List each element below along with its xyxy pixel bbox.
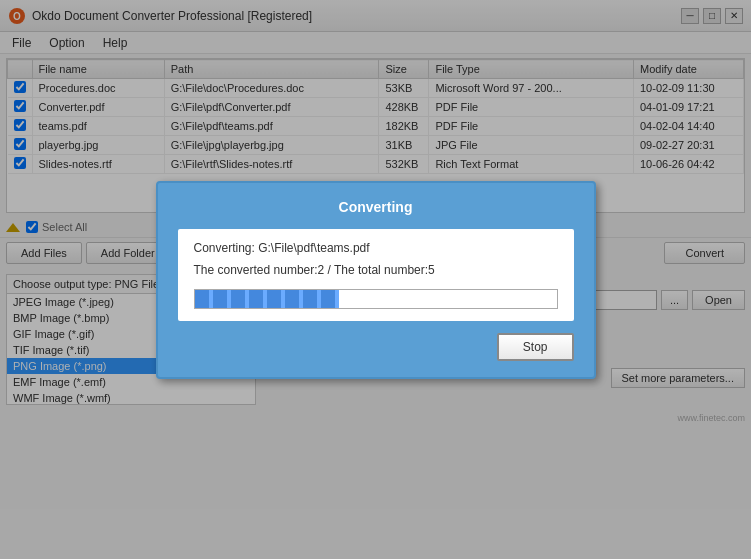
modal-converting-text: Converting: G:\File\pdf\teams.pdf (194, 241, 558, 255)
progress-bar-fill (195, 290, 340, 308)
modal-dialog: Converting Converting: G:\File\pdf\teams… (156, 181, 596, 379)
modal-footer: Stop (178, 333, 574, 361)
modal-count-text: The converted number:2 / The total numbe… (194, 263, 558, 277)
stop-button[interactable]: Stop (497, 333, 574, 361)
modal-overlay: Converting Converting: G:\File\pdf\teams… (0, 0, 751, 559)
modal-body: Converting: G:\File\pdf\teams.pdf The co… (178, 229, 574, 321)
progress-bar-container (194, 289, 558, 309)
modal-title: Converting (178, 199, 574, 215)
